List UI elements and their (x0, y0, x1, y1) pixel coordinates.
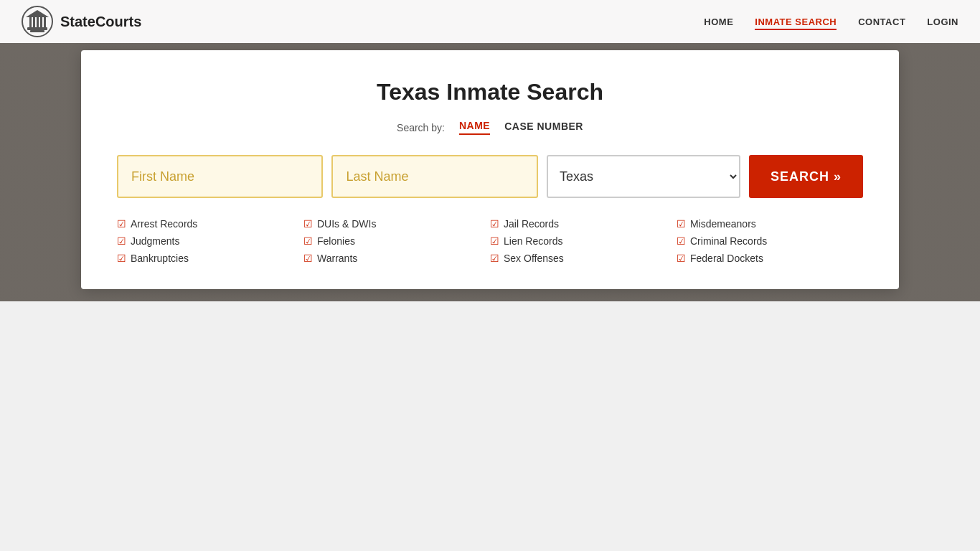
check-icon: ☑ (490, 218, 499, 230)
check-icon: ☑ (677, 218, 686, 230)
checklist-item-bankruptcies: ☑Bankruptcies (117, 253, 303, 264)
tab-case-number[interactable]: CASE NUMBER (504, 121, 583, 134)
search-by-row: Search by: NAME CASE NUMBER (117, 120, 863, 135)
search-button[interactable]: SEARCH » (749, 155, 863, 198)
checklist-col-4: ☑Misdemeanors ☑Criminal Records ☑Federal… (677, 218, 863, 264)
logo[interactable]: StateCourts (22, 6, 141, 37)
state-select[interactable]: Texas Alabama Alaska California Florida (547, 155, 740, 198)
svg-rect-6 (40, 17, 42, 27)
nav-inmate-search[interactable]: INMATE SEARCH (755, 17, 837, 30)
search-card: Texas Inmate Search Search by: NAME CASE… (81, 50, 899, 289)
last-name-input[interactable] (331, 155, 537, 198)
search-inputs-row: Texas Alabama Alaska California Florida … (117, 155, 863, 198)
check-icon: ☑ (117, 235, 126, 247)
check-icon: ☑ (677, 253, 686, 264)
first-name-input[interactable] (117, 155, 323, 198)
svg-rect-5 (37, 17, 39, 27)
nav-home[interactable]: HOME (704, 17, 733, 27)
checklist-item-misdemeanors: ☑Misdemeanors (677, 218, 863, 230)
check-icon: ☑ (677, 235, 686, 247)
svg-rect-2 (30, 30, 44, 32)
checklist-col-3: ☑Jail Records ☑Lien Records ☑Sex Offense… (490, 218, 677, 264)
check-icon: ☑ (490, 235, 499, 247)
checklist-item-duis: ☑DUIs & DWIs (303, 218, 490, 230)
checklist-item-warrants: ☑Warrants (303, 253, 490, 264)
check-icon: ☑ (303, 218, 313, 230)
search-title: Texas Inmate Search (117, 79, 863, 105)
checklist-item-felonies: ☑Felonies (303, 235, 490, 247)
check-icon: ☑ (117, 218, 126, 230)
check-icon: ☑ (117, 253, 126, 264)
nav-login[interactable]: LOGIN (927, 17, 958, 27)
svg-rect-3 (29, 17, 32, 27)
search-by-label: Search by: (397, 122, 445, 133)
navigation: StateCourts HOME INMATE SEARCH CONTACT L… (0, 0, 980, 43)
nav-links: HOME INMATE SEARCH CONTACT LOGIN (704, 15, 958, 28)
svg-rect-7 (44, 17, 46, 27)
tab-name[interactable]: NAME (459, 120, 490, 135)
logo-icon (22, 6, 53, 37)
checklist-col-1: ☑Arrest Records ☑Judgments ☑Bankruptcies (117, 218, 303, 264)
check-icon: ☑ (490, 253, 499, 264)
checklist-item-lien: ☑Lien Records (490, 235, 677, 247)
check-icon: ☑ (303, 235, 313, 247)
logo-text: StateCourts (60, 14, 141, 30)
checklist-item-jail: ☑Jail Records (490, 218, 677, 230)
checklist-item-judgments: ☑Judgments (117, 235, 303, 247)
checklist-item-sex-offenses: ☑Sex Offenses (490, 253, 677, 264)
checklist-col-2: ☑DUIs & DWIs ☑Felonies ☑Warrants (303, 218, 490, 264)
checklist-row: ☑Arrest Records ☑Judgments ☑Bankruptcies… (117, 218, 863, 264)
checklist-item-arrest: ☑Arrest Records (117, 218, 303, 230)
check-icon: ☑ (303, 253, 313, 264)
checklist-item-federal: ☑Federal Dockets (677, 253, 863, 264)
nav-contact[interactable]: CONTACT (858, 17, 905, 27)
svg-rect-4 (33, 17, 35, 27)
svg-marker-8 (26, 10, 49, 17)
svg-rect-1 (27, 27, 47, 30)
checklist-item-criminal: ☑Criminal Records (677, 235, 863, 247)
